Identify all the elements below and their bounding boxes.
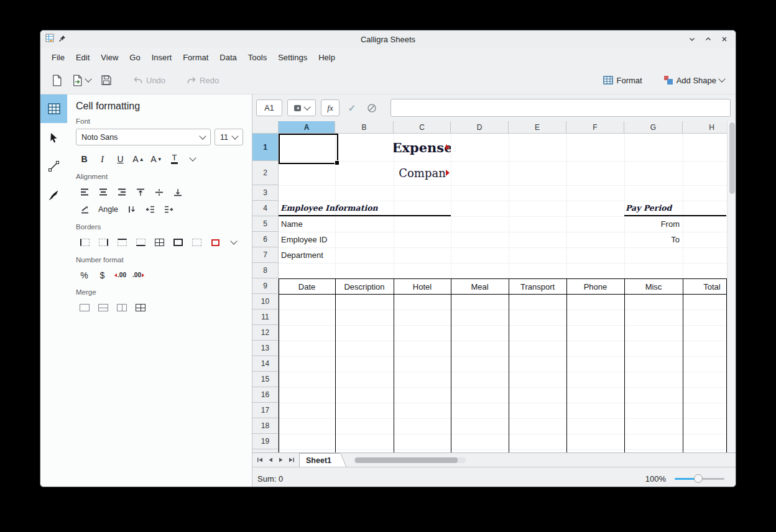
- undo-button[interactable]: Undo: [131, 71, 168, 89]
- menu-item-data[interactable]: Data: [214, 50, 242, 65]
- row-header-5[interactable]: 5: [252, 216, 279, 232]
- increase-precision-button[interactable]: .00: [112, 267, 129, 283]
- border-bottom-button[interactable]: [132, 234, 149, 250]
- column-header-F[interactable]: F: [566, 121, 624, 134]
- border-left-button[interactable]: [76, 234, 93, 250]
- underline-button[interactable]: U: [112, 152, 129, 167]
- named-area-dropdown[interactable]: [287, 99, 316, 116]
- row-header-13[interactable]: 13: [252, 341, 279, 356]
- new-document-button[interactable]: [49, 71, 65, 89]
- menu-item-help[interactable]: Help: [313, 50, 341, 65]
- row-header-11[interactable]: 11: [252, 310, 279, 325]
- maximize-button[interactable]: [704, 35, 712, 43]
- row-header-19[interactable]: 19: [252, 434, 279, 449]
- border-options-chevron[interactable]: [225, 234, 242, 250]
- font-family-select[interactable]: Noto Sans: [76, 129, 211, 145]
- border-right-button[interactable]: [95, 234, 112, 250]
- align-left-button[interactable]: [76, 184, 93, 200]
- spreadsheet-grid[interactable]: Expense Compan Employee Information Pay …: [252, 121, 727, 452]
- angle-button[interactable]: Angle: [95, 201, 122, 218]
- calligraphy-tool-button[interactable]: [40, 180, 67, 209]
- redo-button[interactable]: Redo: [184, 71, 221, 89]
- apply-formula-button[interactable]: ✓: [344, 101, 359, 116]
- row-header-7[interactable]: 7: [252, 247, 279, 263]
- align-center-button[interactable]: [95, 184, 112, 200]
- selection-tool-button[interactable]: [40, 123, 67, 152]
- column-header-B[interactable]: B: [335, 121, 394, 134]
- border-none-button[interactable]: [188, 234, 205, 250]
- dissolve-merge-button[interactable]: [132, 300, 149, 316]
- add-shape-button[interactable]: Add Shape: [661, 71, 727, 89]
- cell-tool-button[interactable]: [40, 94, 67, 123]
- minimize-button[interactable]: [688, 35, 696, 43]
- align-bottom-button[interactable]: [169, 184, 187, 200]
- row-header-14[interactable]: 14: [252, 356, 279, 372]
- border-all-button[interactable]: [150, 234, 168, 250]
- column-header-E[interactable]: E: [509, 121, 566, 134]
- border-outline-button[interactable]: [169, 234, 187, 250]
- font-options-chevron[interactable]: [184, 151, 201, 167]
- decrease-precision-button[interactable]: .00: [130, 267, 147, 283]
- vertical-text-button[interactable]: [123, 201, 141, 218]
- vertical-scrollbar-thumb[interactable]: [729, 122, 735, 194]
- menu-item-view[interactable]: View: [95, 50, 124, 65]
- menu-item-edit[interactable]: Edit: [70, 50, 95, 65]
- row-header-16[interactable]: 16: [252, 387, 279, 403]
- row-header-20[interactable]: 20: [252, 449, 279, 452]
- italic-button[interactable]: I: [94, 152, 111, 167]
- row-header-6[interactable]: 6: [252, 232, 279, 247]
- formula-function-button[interactable]: fx: [321, 99, 340, 116]
- row-header-17[interactable]: 17: [252, 403, 279, 418]
- column-header-C[interactable]: C: [394, 121, 451, 134]
- zoom-slider-knob[interactable]: [694, 474, 703, 483]
- align-middle-button[interactable]: [150, 184, 168, 200]
- horizontal-scrollbar-thumb[interactable]: [355, 457, 458, 463]
- menu-item-tools[interactable]: Tools: [242, 50, 272, 65]
- open-document-button[interactable]: [70, 71, 93, 89]
- close-button[interactable]: [721, 35, 728, 43]
- border-color-button[interactable]: [206, 234, 224, 250]
- cell-selection[interactable]: [279, 134, 338, 164]
- column-header-D[interactable]: D: [451, 121, 509, 134]
- formula-input[interactable]: [390, 99, 731, 117]
- menu-item-insert[interactable]: Insert: [146, 50, 178, 65]
- currency-format-button[interactable]: $: [94, 267, 111, 283]
- row-header-10[interactable]: 10: [252, 294, 279, 310]
- line-tool-button[interactable]: [40, 152, 67, 180]
- superscript-button[interactable]: A▲: [130, 152, 147, 167]
- format-button[interactable]: Format: [601, 71, 644, 89]
- grid-corner[interactable]: [252, 121, 279, 134]
- last-sheet-button[interactable]: [286, 454, 297, 466]
- row-header-12[interactable]: 12: [252, 325, 279, 341]
- sheet-tab-sheet1[interactable]: Sheet1: [299, 453, 340, 467]
- cancel-formula-button[interactable]: [364, 101, 379, 116]
- merge-horizontal-button[interactable]: [95, 300, 112, 316]
- percent-format-button[interactable]: %: [76, 267, 93, 283]
- row-header-9[interactable]: 9: [252, 278, 279, 294]
- horizontal-scrollbar[interactable]: [354, 457, 466, 463]
- increase-indent-button[interactable]: [160, 201, 178, 218]
- first-sheet-button[interactable]: [254, 454, 265, 466]
- row-header-15[interactable]: 15: [252, 372, 279, 387]
- row-header-8[interactable]: 8: [252, 263, 279, 278]
- align-top-button[interactable]: [132, 184, 149, 200]
- row-header-4[interactable]: 4: [252, 201, 279, 216]
- menu-item-go[interactable]: Go: [124, 50, 146, 65]
- bold-button[interactable]: B: [76, 152, 93, 167]
- row-header-3[interactable]: 3: [252, 185, 279, 201]
- border-top-button[interactable]: [113, 234, 131, 250]
- zoom-slider[interactable]: [675, 478, 724, 480]
- merge-vertical-button[interactable]: [113, 300, 131, 316]
- menu-item-format[interactable]: Format: [177, 50, 214, 65]
- column-header-A[interactable]: A: [279, 121, 335, 134]
- menu-item-settings[interactable]: Settings: [272, 50, 313, 65]
- column-header-G[interactable]: G: [624, 121, 683, 134]
- font-size-select[interactable]: 11: [215, 129, 243, 145]
- vertical-scrollbar[interactable]: [727, 121, 736, 452]
- font-color-button[interactable]: T: [166, 152, 183, 167]
- save-button[interactable]: [98, 71, 114, 89]
- menu-item-file[interactable]: File: [46, 50, 70, 65]
- row-header-2[interactable]: 2: [252, 161, 279, 185]
- row-header-18[interactable]: 18: [252, 418, 279, 434]
- subscript-button[interactable]: A▼: [148, 152, 165, 167]
